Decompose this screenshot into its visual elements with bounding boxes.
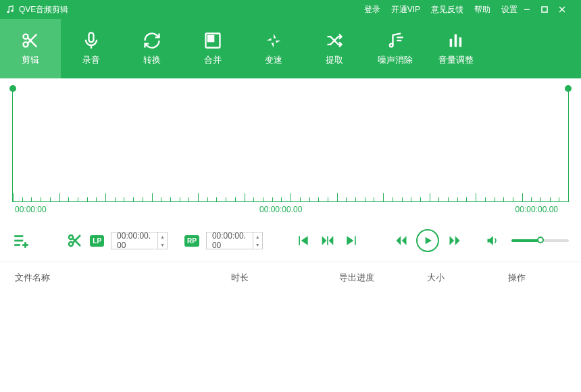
rp-time-value: 00:00:00. 00 <box>207 231 253 250</box>
lp-time-value: 00:00:00. 00 <box>111 231 157 250</box>
nav-extract[interactable]: 提取 <box>304 19 365 78</box>
time-start: 00:00:00 <box>15 205 47 214</box>
svg-marker-44 <box>455 236 460 245</box>
denoise-icon <box>386 31 405 50</box>
svg-rect-39 <box>355 236 356 245</box>
link-login[interactable]: 登录 <box>364 4 380 16</box>
svg-rect-22 <box>455 34 457 47</box>
time-end: 00:00:00.00 <box>515 205 558 214</box>
svg-marker-17 <box>276 41 281 43</box>
svg-marker-16 <box>267 39 272 41</box>
rp-badge[interactable]: RP <box>184 235 199 247</box>
lp-spin-down[interactable]: ▼ <box>158 241 167 249</box>
col-filename: 文件名称 <box>15 272 231 284</box>
link-help[interactable]: 帮助 <box>474 4 490 16</box>
maximize-button[interactable] <box>540 5 558 14</box>
title-bar: QVE音频剪辑 登录 开通VIP 意见反馈 帮助 设置 <box>0 0 581 19</box>
svg-rect-13 <box>208 36 213 41</box>
close-button[interactable] <box>558 5 576 14</box>
volume-icon[interactable] <box>484 230 501 251</box>
svg-marker-42 <box>426 237 432 245</box>
trim-inward-button[interactable] <box>319 230 336 251</box>
svg-point-18 <box>390 44 393 47</box>
lp-spin-up[interactable]: ▲ <box>158 232 167 241</box>
svg-marker-34 <box>301 236 308 245</box>
waveform-track[interactable] <box>12 91 569 202</box>
lp-badge[interactable]: LP <box>90 235 104 247</box>
link-vip[interactable]: 开通VIP <box>391 4 420 16</box>
volume-slider[interactable] <box>511 239 569 242</box>
rp-spin-up[interactable]: ▲ <box>253 232 262 241</box>
add-track-button[interactable] <box>12 230 30 251</box>
minimize-button[interactable] <box>523 5 540 14</box>
svg-marker-37 <box>329 236 334 245</box>
equalizer-icon <box>447 31 465 50</box>
nav-label: 变速 <box>265 54 282 66</box>
merge-icon <box>203 31 222 50</box>
nav-label: 剪辑 <box>22 54 39 66</box>
time-ruler <box>13 192 568 201</box>
nav-label: 提取 <box>326 54 343 66</box>
col-duration: 时长 <box>231 272 339 284</box>
nav-merge[interactable]: 合并 <box>182 19 243 78</box>
play-button[interactable] <box>416 229 439 252</box>
edit-toolbar: LP 00:00:00. 00 ▲▼ RP 00:00:00. 00 ▲▼ <box>0 217 581 262</box>
shuffle-icon <box>325 31 344 50</box>
nav-record[interactable]: 录音 <box>61 19 122 78</box>
svg-point-0 <box>7 11 9 12</box>
link-settings[interactable]: 设置 <box>501 4 517 16</box>
svg-marker-45 <box>487 236 492 245</box>
nav-cut[interactable]: 剪辑 <box>0 19 61 78</box>
svg-marker-35 <box>322 236 327 245</box>
nav-volume[interactable]: 音量调整 <box>426 19 486 78</box>
svg-marker-41 <box>402 236 407 245</box>
file-table-header: 文件名称 时长 导出进度 大小 操作 <box>0 262 581 293</box>
nav-convert[interactable]: 转换 <box>122 19 182 78</box>
col-size: 大小 <box>427 272 508 284</box>
scissors-icon <box>21 31 40 50</box>
nav-label: 录音 <box>82 54 100 66</box>
app-title: QVE音频剪辑 <box>19 4 68 16</box>
rp-time-input[interactable]: 00:00:00. 00 ▲▼ <box>206 232 263 249</box>
selection-handle-right[interactable] <box>565 85 572 92</box>
svg-marker-14 <box>274 34 276 39</box>
svg-marker-43 <box>450 236 455 245</box>
nav-label: 音量调整 <box>438 54 474 66</box>
col-ops: 操作 <box>508 272 566 284</box>
link-feedback[interactable]: 意见反馈 <box>431 4 463 16</box>
svg-rect-3 <box>542 7 547 12</box>
svg-marker-15 <box>272 43 274 48</box>
rp-spin-down[interactable]: ▼ <box>253 241 262 249</box>
svg-rect-21 <box>450 39 453 47</box>
lp-time-input[interactable]: 00:00:00. 00 ▲▼ <box>111 232 168 249</box>
selection-handle-left[interactable] <box>9 85 16 92</box>
cut-button[interactable] <box>66 230 83 251</box>
nav-label: 噪声消除 <box>378 54 413 66</box>
app-logo-icon <box>5 5 15 14</box>
speed-icon <box>264 31 283 50</box>
forward-button[interactable] <box>446 230 463 251</box>
nav-denoise[interactable]: 噪声消除 <box>365 19 426 78</box>
nav-label: 转换 <box>143 54 161 66</box>
time-current: 00:00:00.00 <box>259 205 302 214</box>
nav-label: 合并 <box>204 54 222 66</box>
svg-rect-10 <box>89 32 94 42</box>
col-progress: 导出进度 <box>339 272 427 284</box>
svg-rect-36 <box>327 236 328 245</box>
volume-thumb[interactable] <box>537 237 544 243</box>
main-nav: 剪辑 录音 转换 合并 变速 提取 噪声消除 音量调整 <box>0 19 581 78</box>
svg-rect-33 <box>299 236 301 245</box>
waveform-area: 00:00:00 00:00:00.00 00:00:00.00 <box>0 78 581 217</box>
convert-icon <box>143 31 161 50</box>
goto-end-button[interactable] <box>343 230 360 251</box>
svg-point-1 <box>11 10 13 11</box>
svg-marker-38 <box>347 236 354 245</box>
svg-rect-23 <box>459 37 462 47</box>
svg-marker-40 <box>396 236 401 245</box>
nav-speed[interactable]: 变速 <box>243 19 304 78</box>
rewind-button[interactable] <box>393 230 409 251</box>
microphone-icon <box>82 31 101 50</box>
goto-start-button[interactable] <box>295 230 312 251</box>
